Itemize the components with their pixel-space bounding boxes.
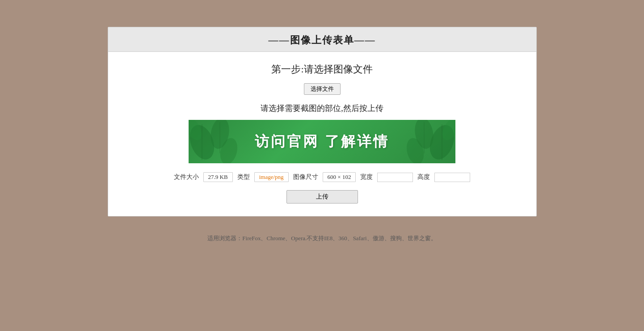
width-input[interactable]: [377, 173, 413, 182]
file-size-label: 文件大小: [174, 173, 199, 181]
height-input[interactable]: [434, 173, 470, 182]
file-size-value: 27.9 KB: [203, 172, 233, 182]
choose-file-button[interactable]: 选择文件: [304, 83, 341, 95]
file-info-row: 文件大小 27.9 KB 类型 image/png 图像尺寸 600 × 102…: [174, 172, 471, 182]
instruction-text: 请选择需要截图的部位,然后按上传: [261, 103, 383, 114]
step-title: 第一步:请选择图像文件: [271, 63, 372, 76]
card-body: 第一步:请选择图像文件 选择文件 请选择需要截图的部位,然后按上传: [108, 52, 536, 216]
image-preview-container: 访问官网 了解详情: [189, 120, 455, 163]
image-preview-banner: 访问官网 了解详情: [189, 120, 455, 163]
height-label: 高度: [417, 173, 430, 181]
type-value: image/png: [254, 172, 289, 182]
card-header: ——图像上传表单——: [108, 27, 536, 52]
upload-button[interactable]: 上传: [286, 190, 358, 204]
dimension-label: 图像尺寸: [293, 173, 318, 181]
type-label: 类型: [237, 173, 250, 181]
left-leaves-decoration: [189, 120, 242, 163]
footer-text: 适用浏览器：FireFox、Chrome、Opera.不支持IE8、360、Sa…: [207, 234, 436, 242]
main-card: ——图像上传表单—— 第一步:请选择图像文件 选择文件 请选择需要截图的部位,然…: [108, 27, 537, 216]
right-leaves-decoration: [402, 120, 455, 163]
banner-text: 访问官网 了解详情: [255, 132, 389, 152]
header-title: ——图像上传表单——: [269, 34, 376, 46]
width-label: 宽度: [360, 173, 373, 181]
dimension-value: 600 × 102: [323, 172, 356, 182]
